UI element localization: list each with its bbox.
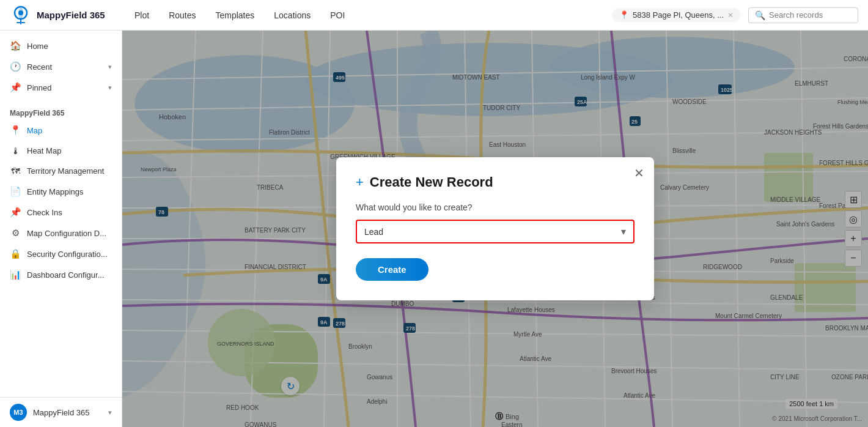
sidebar-item-label: Entity Mappings <box>27 187 84 196</box>
dashboard-icon: 📊 <box>10 269 21 280</box>
sidebar-item-label: Pinned <box>27 83 51 92</box>
nav-links: Plot Routes Templates Locations POI <box>134 10 597 20</box>
location-pill[interactable]: 📍 5838 Page Pl, Queens, ... ✕ <box>612 8 741 22</box>
sidebar-bottom[interactable]: M3 MappyField 365 ▾ <box>0 397 122 427</box>
recent-icon: 🕐 <box>10 61 21 72</box>
territory-icon: 🗺 <box>10 166 21 176</box>
sidebar-item-label: Dashboard Configur... <box>27 270 104 280</box>
nav-plot[interactable]: Plot <box>134 10 149 20</box>
main-layout: 🏠 Home 🕐 Recent ▾ 📌 Pinned ▾ MappyField … <box>0 31 868 427</box>
sidebar-item-label: Map Configuration D... <box>27 229 106 238</box>
modal-overlay: + Create New Record ✕ What would you lik… <box>122 31 868 427</box>
sidebar: 🏠 Home 🕐 Recent ▾ 📌 Pinned ▾ MappyField … <box>0 31 122 427</box>
search-icon: 🔍 <box>755 10 765 20</box>
chevron-down-icon: ▾ <box>108 409 112 417</box>
dropdown-arrow-icon: ▾ <box>621 226 626 237</box>
sidebar-item-pinned[interactable]: 📌 Pinned ▾ <box>0 77 122 98</box>
logo-area: MappyField 365 <box>10 4 120 26</box>
sidebar-item-label: Recent <box>27 62 52 72</box>
sidebar-item-label: Map <box>27 126 42 135</box>
location-pin-icon: 📍 <box>619 10 629 20</box>
create-record-modal: + Create New Record ✕ What would you lik… <box>336 157 654 300</box>
sidebar-item-home[interactable]: 🏠 Home <box>0 35 122 56</box>
pin-icon: 📌 <box>10 82 21 93</box>
search-input[interactable] <box>769 10 851 20</box>
map-area: Hoboken Flatiron District TRIBECA BATTER… <box>122 31 868 427</box>
create-button[interactable]: Create <box>356 258 428 281</box>
modal-question: What would you like to create? <box>356 202 634 212</box>
nav-poi[interactable]: POI <box>330 10 345 20</box>
modal-plus-icon: + <box>356 174 364 190</box>
sidebar-item-map[interactable]: 📍 Map <box>0 120 122 141</box>
nav-locations[interactable]: Locations <box>274 10 311 20</box>
record-type-select[interactable]: Lead ▾ <box>356 220 634 243</box>
sidebar-section-title: MappyField 365 <box>0 103 122 120</box>
search-box[interactable]: 🔍 <box>748 7 858 23</box>
sidebar-item-dashboard[interactable]: 📊 Dashboard Configur... <box>0 264 122 285</box>
sidebar-item-label: Home <box>27 42 48 51</box>
sidebar-item-checkins[interactable]: 📌 Check Ins <box>0 202 122 223</box>
sidebar-item-recent[interactable]: 🕐 Recent ▾ <box>0 56 122 77</box>
sidebar-item-heatmap[interactable]: 🌡 Heat Map <box>0 141 122 161</box>
nav-routes[interactable]: Routes <box>169 10 196 20</box>
logo-text: MappyField 365 <box>37 10 105 20</box>
sidebar-item-territory[interactable]: 🗺 Territory Management <box>0 161 122 181</box>
checkins-icon: 📌 <box>10 207 21 218</box>
sidebar-item-label: Check Ins <box>27 208 62 217</box>
sidebar-bottom-label: MappyField 365 <box>33 408 90 417</box>
chevron-down-icon: ▾ <box>108 63 112 71</box>
modal-select-row: Lead ▾ <box>356 220 634 243</box>
avatar: M3 <box>10 404 27 421</box>
map-icon: 📍 <box>10 125 21 136</box>
selected-option: Lead <box>364 227 383 237</box>
modal-header: + Create New Record <box>356 174 634 190</box>
sidebar-item-label: Territory Management <box>27 166 104 176</box>
entity-icon: 📄 <box>10 186 21 197</box>
nav-right: 📍 5838 Page Pl, Queens, ... ✕ 🔍 <box>612 7 858 23</box>
security-icon: 🔒 <box>10 248 21 259</box>
top-navigation: MappyField 365 Plot Routes Templates Loc… <box>0 0 868 31</box>
nav-templates[interactable]: Templates <box>215 10 254 20</box>
modal-close-button[interactable]: ✕ <box>634 167 644 179</box>
mapconfig-icon: ⚙ <box>10 228 21 239</box>
heatmap-icon: 🌡 <box>10 146 21 156</box>
sidebar-item-label: Security Configuratio... <box>27 250 108 259</box>
svg-point-1 <box>18 10 23 15</box>
chevron-down-icon: ▾ <box>108 84 112 92</box>
sidebar-item-label: Heat Map <box>27 146 61 155</box>
logo-icon <box>10 4 32 26</box>
sidebar-item-mapconfig[interactable]: ⚙ Map Configuration D... <box>0 223 122 243</box>
sidebar-item-security[interactable]: 🔒 Security Configuratio... <box>0 243 122 264</box>
home-icon: 🏠 <box>10 40 21 51</box>
location-text: 5838 Page Pl, Queens, ... <box>633 10 724 20</box>
sidebar-item-entity[interactable]: 📄 Entity Mappings <box>0 181 122 202</box>
modal-title: Create New Record <box>370 174 493 190</box>
location-close-icon: ✕ <box>727 11 734 20</box>
